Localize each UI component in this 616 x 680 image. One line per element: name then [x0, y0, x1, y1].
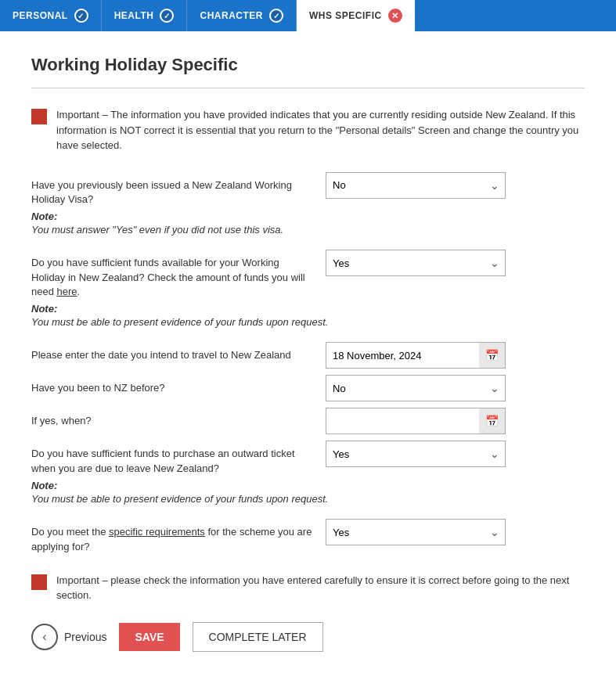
travel-date-calendar-icon[interactable]: 📅 — [479, 342, 506, 369]
nz-visa-select[interactable]: No Yes — [326, 172, 506, 199]
tab-whs[interactable]: WHS SPECIFIC ✕ — [297, 0, 415, 31]
top-alert-flag-icon — [31, 109, 47, 124]
sufficient-funds-note: Note: You must be able to present eviden… — [31, 302, 585, 330]
specific-requirements-control: Yes No — [326, 519, 585, 545]
nz-visa-select-wrapper[interactable]: No Yes — [326, 172, 506, 199]
outward-ticket-note-label: Note: — [31, 480, 57, 491]
nz-visa-control: No Yes — [326, 172, 585, 199]
main-content: Working Holiday Specific Important – The… — [0, 31, 616, 680]
personal-tab-label: PERSONAL — [13, 10, 68, 21]
travel-date-control: 📅 — [326, 342, 585, 369]
if-yes-when-date-wrapper: 📅 — [326, 408, 506, 434]
save-button[interactable]: SAVE — [119, 623, 179, 651]
travel-date-wrapper: 📅 — [326, 342, 506, 369]
character-tab-label: CHARACTER — [200, 10, 263, 21]
outward-ticket-select-wrapper[interactable]: Yes No — [326, 441, 506, 467]
outward-ticket-control: Yes No — [326, 441, 585, 467]
field-group-nz-working-holiday-visa: Have you previously been issued a New Ze… — [31, 172, 585, 238]
field-group-outward-ticket: Do you have sufficient funds to purchase… — [31, 441, 585, 506]
page-title: Working Holiday Specific — [31, 55, 585, 75]
specific-requirements-select[interactable]: Yes No — [326, 519, 506, 545]
whs-tab-label: WHS SPECIFIC — [309, 10, 382, 21]
character-check-icon: ✓ — [269, 9, 283, 23]
form-row-outward-ticket: Do you have sufficient funds to purchase… — [31, 441, 585, 475]
bottom-alert-text: Important – please check the information… — [56, 573, 585, 603]
form-row-if-yes-when: If yes, when? 📅 — [31, 408, 585, 434]
outward-ticket-select[interactable]: Yes No — [326, 441, 506, 467]
sufficient-funds-control: Yes No — [326, 250, 585, 276]
bottom-nav: ‹ Previous SAVE COMPLETE LATER — [31, 622, 585, 667]
sufficient-funds-note-text: You must be able to present evidence of … — [31, 316, 328, 328]
previous-label: Previous — [64, 631, 106, 643]
top-alert-text: Important – The information you have pro… — [56, 107, 585, 153]
tab-personal[interactable]: PERSONAL ✓ — [0, 0, 102, 31]
field-group-specific-requirements: Do you meet the specific requirements fo… — [31, 519, 585, 553]
form-row-been-to-nz: Have you been to NZ before? No Yes — [31, 375, 585, 401]
field-group-travel-date: Please enter the date you intend to trav… — [31, 342, 585, 369]
nz-visa-label: Have you previously been issued a New Ze… — [31, 172, 313, 207]
top-nav: PERSONAL ✓ HEALTH ✓ CHARACTER ✓ WHS SPEC… — [0, 0, 616, 31]
form-row-specific-requirements: Do you meet the specific requirements fo… — [31, 519, 585, 553]
sufficient-funds-select-wrapper[interactable]: Yes No — [326, 250, 506, 276]
been-to-nz-control: No Yes — [326, 375, 585, 401]
form-row-sufficient-funds: Do you have sufficient funds available f… — [31, 250, 585, 299]
bottom-alert-flag-icon — [31, 574, 47, 590]
nz-visa-note-text: You must answer "Yes" even if you did no… — [31, 224, 283, 236]
if-yes-when-calendar-icon[interactable]: 📅 — [479, 408, 506, 434]
outward-ticket-label: Do you have sufficient funds to purchase… — [31, 441, 313, 475]
if-yes-when-label: If yes, when? — [31, 408, 313, 428]
sufficient-funds-note-label: Note: — [31, 303, 57, 315]
if-yes-when-control: 📅 — [326, 408, 585, 434]
specific-requirements-select-wrapper[interactable]: Yes No — [326, 519, 506, 545]
whs-close-icon: ✕ — [388, 9, 402, 23]
health-tab-label: HEALTH — [114, 10, 154, 21]
complete-later-button[interactable]: COMPLETE LATER — [193, 622, 323, 652]
outward-ticket-note: Note: You must be able to present eviden… — [31, 479, 585, 507]
bottom-alert: Important – please check the information… — [31, 573, 585, 603]
health-check-icon: ✓ — [160, 9, 174, 23]
been-to-nz-label: Have you been to NZ before? — [31, 375, 313, 395]
specific-requirements-label: Do you meet the specific requirements fo… — [31, 519, 313, 553]
tab-health[interactable]: HEALTH ✓ — [102, 0, 188, 31]
nz-visa-note: Note: You must answer "Yes" even if you … — [31, 210, 585, 238]
personal-check-icon: ✓ — [74, 9, 88, 23]
been-to-nz-select[interactable]: No Yes — [326, 375, 506, 401]
outward-ticket-note-text: You must be able to present evidence of … — [31, 493, 328, 505]
specific-requirements-link[interactable]: specific requirements — [109, 526, 205, 538]
travel-date-label: Please enter the date you intend to trav… — [31, 342, 313, 362]
sufficient-funds-label: Do you have sufficient funds available f… — [31, 250, 313, 299]
field-group-if-yes-when: If yes, when? 📅 — [31, 408, 585, 434]
field-group-sufficient-funds: Do you have sufficient funds available f… — [31, 250, 585, 329]
previous-button[interactable]: ‹ Previous — [31, 624, 106, 650]
funds-here-link[interactable]: here — [57, 286, 77, 297]
form-row-travel-date: Please enter the date you intend to trav… — [31, 342, 585, 369]
sufficient-funds-select[interactable]: Yes No — [326, 250, 506, 276]
title-divider — [31, 88, 585, 88]
been-to-nz-select-wrapper[interactable]: No Yes — [326, 375, 506, 401]
form-row-nz-visa: Have you previously been issued a New Ze… — [31, 172, 585, 207]
tab-character[interactable]: CHARACTER ✓ — [187, 0, 297, 31]
field-group-been-to-nz: Have you been to NZ before? No Yes — [31, 375, 585, 401]
nz-visa-note-label: Note: — [31, 210, 57, 222]
top-alert: Important – The information you have pro… — [31, 107, 585, 153]
previous-circle-icon: ‹ — [31, 624, 58, 650]
